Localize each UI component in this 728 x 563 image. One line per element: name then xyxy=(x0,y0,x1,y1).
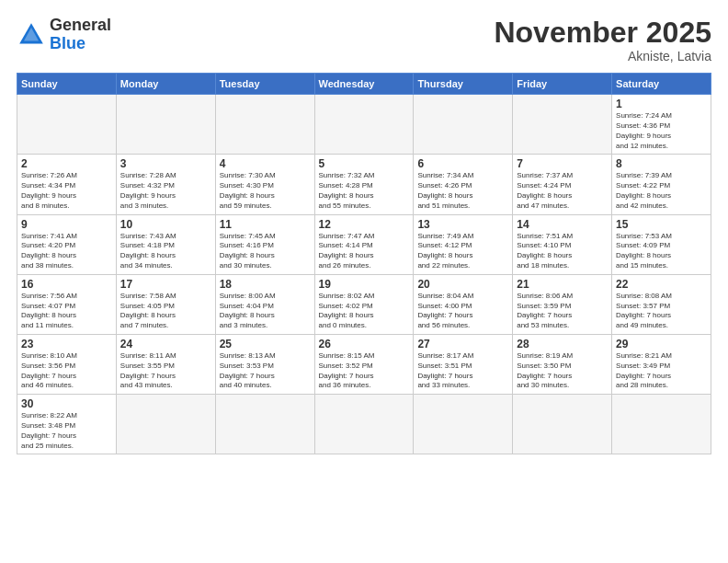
location: Akniste, Latvia xyxy=(494,49,711,63)
day-number: 28 xyxy=(517,338,608,350)
day-info: Sunrise: 7:26 AM Sunset: 4:34 PM Dayligh… xyxy=(21,171,112,211)
header-thursday: Thursday xyxy=(414,74,513,95)
day-number: 25 xyxy=(220,338,311,350)
day-info: Sunrise: 8:00 AM Sunset: 4:04 PM Dayligh… xyxy=(220,292,311,331)
day-info: Sunrise: 7:34 AM Sunset: 4:26 PM Dayligh… xyxy=(417,171,508,211)
logo-general: General xyxy=(50,17,111,35)
day-number: 15 xyxy=(616,218,707,231)
day-number: 21 xyxy=(517,278,608,291)
day-info: Sunrise: 7:49 AM Sunset: 4:12 PM Dayligh… xyxy=(417,232,508,271)
table-row: 4Sunrise: 7:30 AM Sunset: 4:30 PM Daylig… xyxy=(215,155,314,214)
day-info: Sunrise: 7:30 AM Sunset: 4:30 PM Dayligh… xyxy=(220,171,311,211)
day-number: 9 xyxy=(21,218,112,231)
day-number: 23 xyxy=(21,338,112,350)
day-number: 26 xyxy=(319,338,410,350)
table-row: 11Sunrise: 7:45 AM Sunset: 4:16 PM Dayli… xyxy=(215,214,314,274)
day-number: 4 xyxy=(220,157,311,170)
table-row xyxy=(116,95,215,155)
header-sunday: Sunday xyxy=(17,74,117,95)
day-number: 22 xyxy=(616,278,707,291)
table-row: 14Sunrise: 7:51 AM Sunset: 4:10 PM Dayli… xyxy=(513,214,612,274)
day-number: 6 xyxy=(417,157,508,170)
header: General Blue November 2025 Akniste, Latv… xyxy=(17,17,711,63)
table-row: 3Sunrise: 7:28 AM Sunset: 4:32 PM Daylig… xyxy=(116,155,215,214)
table-row: 8Sunrise: 7:39 AM Sunset: 4:22 PM Daylig… xyxy=(612,155,711,214)
day-info: Sunrise: 8:21 AM Sunset: 3:49 PM Dayligh… xyxy=(616,351,707,391)
table-row xyxy=(215,395,314,454)
header-saturday: Saturday xyxy=(612,74,711,95)
calendar-week-row: 1Sunrise: 7:24 AM Sunset: 4:36 PM Daylig… xyxy=(17,95,711,155)
table-row: 28Sunrise: 8:19 AM Sunset: 3:50 PM Dayli… xyxy=(513,334,612,394)
title-area: November 2025 Akniste, Latvia xyxy=(494,17,711,63)
month-title: November 2025 xyxy=(494,17,711,49)
day-number: 7 xyxy=(517,157,608,170)
table-row: 16Sunrise: 7:56 AM Sunset: 4:07 PM Dayli… xyxy=(17,274,117,334)
day-info: Sunrise: 8:06 AM Sunset: 3:59 PM Dayligh… xyxy=(517,292,608,331)
calendar-week-row: 16Sunrise: 7:56 AM Sunset: 4:07 PM Dayli… xyxy=(17,274,711,334)
table-row: 5Sunrise: 7:32 AM Sunset: 4:28 PM Daylig… xyxy=(314,155,414,214)
header-monday: Monday xyxy=(116,74,215,95)
table-row: 22Sunrise: 8:08 AM Sunset: 3:57 PM Dayli… xyxy=(612,274,711,334)
day-number: 24 xyxy=(120,338,211,350)
day-info: Sunrise: 8:15 AM Sunset: 3:52 PM Dayligh… xyxy=(319,351,410,391)
day-info: Sunrise: 7:45 AM Sunset: 4:16 PM Dayligh… xyxy=(220,232,311,271)
table-row: 29Sunrise: 8:21 AM Sunset: 3:49 PM Dayli… xyxy=(612,334,711,394)
table-row: 10Sunrise: 7:43 AM Sunset: 4:18 PM Dayli… xyxy=(116,214,215,274)
day-number: 14 xyxy=(517,218,608,231)
table-row: 13Sunrise: 7:49 AM Sunset: 4:12 PM Dayli… xyxy=(414,214,513,274)
table-row: 30Sunrise: 8:22 AM Sunset: 3:48 PM Dayli… xyxy=(17,395,117,454)
table-row xyxy=(314,95,414,155)
table-row: 15Sunrise: 7:53 AM Sunset: 4:09 PM Dayli… xyxy=(612,214,711,274)
day-number: 30 xyxy=(21,397,112,410)
day-info: Sunrise: 7:41 AM Sunset: 4:20 PM Dayligh… xyxy=(21,232,112,271)
table-row: 6Sunrise: 7:34 AM Sunset: 4:26 PM Daylig… xyxy=(414,155,513,214)
day-number: 8 xyxy=(616,157,707,170)
day-number: 27 xyxy=(417,338,508,350)
table-row: 18Sunrise: 8:00 AM Sunset: 4:04 PM Dayli… xyxy=(215,274,314,334)
table-row: 1Sunrise: 7:24 AM Sunset: 4:36 PM Daylig… xyxy=(612,95,711,155)
day-info: Sunrise: 8:08 AM Sunset: 3:57 PM Dayligh… xyxy=(616,292,707,331)
logo-blue: Blue xyxy=(50,35,111,53)
day-info: Sunrise: 7:47 AM Sunset: 4:14 PM Dayligh… xyxy=(319,232,410,271)
table-row: 26Sunrise: 8:15 AM Sunset: 3:52 PM Dayli… xyxy=(314,334,414,394)
day-info: Sunrise: 7:24 AM Sunset: 4:36 PM Dayligh… xyxy=(616,111,707,151)
day-info: Sunrise: 8:04 AM Sunset: 4:00 PM Dayligh… xyxy=(417,292,508,331)
day-info: Sunrise: 8:10 AM Sunset: 3:56 PM Dayligh… xyxy=(21,351,112,391)
day-number: 5 xyxy=(319,157,410,170)
day-info: Sunrise: 8:19 AM Sunset: 3:50 PM Dayligh… xyxy=(517,351,608,391)
table-row xyxy=(414,395,513,454)
calendar-week-row: 23Sunrise: 8:10 AM Sunset: 3:56 PM Dayli… xyxy=(17,334,711,394)
day-number: 18 xyxy=(220,278,311,291)
day-info: Sunrise: 7:43 AM Sunset: 4:18 PM Dayligh… xyxy=(120,232,211,271)
logo-area: General Blue xyxy=(17,17,111,53)
day-info: Sunrise: 7:53 AM Sunset: 4:09 PM Dayligh… xyxy=(616,232,707,271)
table-row xyxy=(17,95,117,155)
table-row: 9Sunrise: 7:41 AM Sunset: 4:20 PM Daylig… xyxy=(17,214,117,274)
table-row: 12Sunrise: 7:47 AM Sunset: 4:14 PM Dayli… xyxy=(314,214,414,274)
logo-icon xyxy=(17,20,46,50)
day-info: Sunrise: 8:13 AM Sunset: 3:53 PM Dayligh… xyxy=(220,351,311,391)
table-row: 23Sunrise: 8:10 AM Sunset: 3:56 PM Dayli… xyxy=(17,334,117,394)
table-row: 17Sunrise: 7:58 AM Sunset: 4:05 PM Dayli… xyxy=(116,274,215,334)
day-info: Sunrise: 7:51 AM Sunset: 4:10 PM Dayligh… xyxy=(517,232,608,271)
table-row: 20Sunrise: 8:04 AM Sunset: 4:00 PM Dayli… xyxy=(414,274,513,334)
table-row xyxy=(513,395,612,454)
day-info: Sunrise: 8:11 AM Sunset: 3:55 PM Dayligh… xyxy=(120,351,211,391)
day-number: 2 xyxy=(21,157,112,170)
day-info: Sunrise: 7:39 AM Sunset: 4:22 PM Dayligh… xyxy=(616,171,707,211)
table-row xyxy=(314,395,414,454)
table-row: 25Sunrise: 8:13 AM Sunset: 3:53 PM Dayli… xyxy=(215,334,314,394)
calendar-week-row: 9Sunrise: 7:41 AM Sunset: 4:20 PM Daylig… xyxy=(17,214,711,274)
calendar-week-row: 30Sunrise: 8:22 AM Sunset: 3:48 PM Dayli… xyxy=(17,395,711,454)
table-row: 7Sunrise: 7:37 AM Sunset: 4:24 PM Daylig… xyxy=(513,155,612,214)
table-row: 24Sunrise: 8:11 AM Sunset: 3:55 PM Dayli… xyxy=(116,334,215,394)
day-info: Sunrise: 7:28 AM Sunset: 4:32 PM Dayligh… xyxy=(120,171,211,211)
table-row: 21Sunrise: 8:06 AM Sunset: 3:59 PM Dayli… xyxy=(513,274,612,334)
day-info: Sunrise: 7:56 AM Sunset: 4:07 PM Dayligh… xyxy=(21,292,112,331)
day-info: Sunrise: 8:17 AM Sunset: 3:51 PM Dayligh… xyxy=(417,351,508,391)
day-number: 16 xyxy=(21,278,112,291)
day-number: 13 xyxy=(417,218,508,231)
header-tuesday: Tuesday xyxy=(215,74,314,95)
calendar: Sunday Monday Tuesday Wednesday Thursday… xyxy=(17,73,711,454)
calendar-week-row: 2Sunrise: 7:26 AM Sunset: 4:34 PM Daylig… xyxy=(17,155,711,214)
